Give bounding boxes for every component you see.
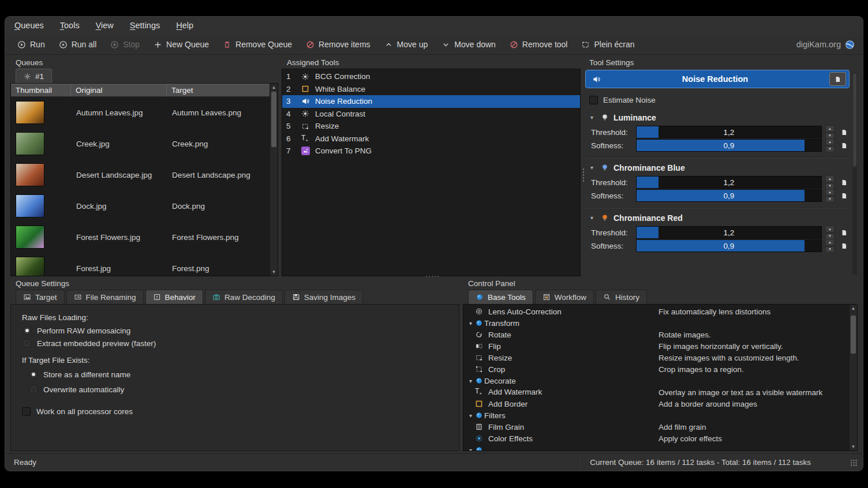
toolbar-plein-cran[interactable]: Plein écran — [575, 37, 641, 51]
tree-tool-rotate[interactable]: RotateRotate images. — [463, 329, 849, 340]
spin-up-button[interactable]: ▲ — [825, 175, 835, 182]
radio-button[interactable] — [29, 370, 38, 378]
reset-value-button[interactable] — [838, 192, 850, 200]
menu-tools[interactable]: Tools — [60, 21, 80, 30]
tool-settings-scrollbar[interactable] — [852, 72, 857, 275]
expand-arrow-icon[interactable]: ▾ — [466, 447, 475, 451]
toolbar-remove-tool[interactable]: Remove tool — [503, 37, 574, 51]
collapse-arrow-icon[interactable]: ▾ — [590, 215, 596, 221]
menu-view[interactable]: View — [96, 21, 114, 30]
tree-tool-resize[interactable]: ResizeResize images with a customized le… — [463, 352, 849, 363]
toolbar-remove-queue[interactable]: Remove Queue — [216, 37, 298, 51]
section-header-chrominance-red[interactable]: ▾Chrominance Red — [585, 210, 850, 226]
radio-button[interactable] — [23, 339, 31, 347]
toolbar-move-up[interactable]: Move up — [378, 37, 435, 51]
scroll-down-arrow-icon[interactable]: ▼ — [851, 443, 856, 451]
spin-up-button[interactable]: ▲ — [825, 125, 835, 132]
scroll-up-arrow-icon[interactable]: ▲ — [851, 305, 856, 312]
queue-row-creek-jpg[interactable]: Creek.jpgCreek.png — [11, 128, 270, 159]
menu-settings[interactable]: Settings — [130, 21, 160, 30]
toolbar-new-queue[interactable]: New Queue — [147, 37, 215, 51]
reset-tool-settings-button[interactable] — [829, 72, 846, 86]
tree-group-transform[interactable]: ▾Transform — [463, 317, 849, 329]
tree-tool-add-watermark[interactable]: T+Add WatermarkOverlay an image or text … — [463, 386, 849, 398]
control-panel-tab-history[interactable]: History — [596, 290, 647, 304]
slider-threshold[interactable]: 1,2 — [636, 126, 822, 138]
scroll-up-arrow-icon[interactable]: ▲ — [272, 84, 276, 91]
toolbar-remove-items[interactable]: Remove items — [300, 37, 376, 51]
slider-softness[interactable]: 0,9 — [636, 139, 822, 152]
estimate-noise-checkbox[interactable] — [589, 96, 598, 104]
queue-settings-tab-saving-images[interactable]: Saving Images — [285, 290, 363, 304]
tree-group-decorate[interactable]: ▾Decorate — [463, 375, 849, 386]
assigned-tool-white-balance[interactable]: 2White Balance — [282, 83, 580, 96]
assigned-tool-local-contrast[interactable]: 4Local Contrast — [282, 108, 580, 121]
tree-tool-lens-auto-correction[interactable]: Lens Auto-CorrectionFix automatically le… — [463, 306, 849, 317]
work-on-all-cores-checkbox[interactable] — [22, 407, 31, 416]
expand-arrow-icon[interactable]: ▾ — [466, 412, 475, 419]
collapse-arrow-icon[interactable]: ▾ — [590, 164, 596, 171]
radio-overwrite-automatically[interactable]: Overwrite automatically — [22, 382, 459, 397]
scrollbar-thumb[interactable] — [271, 92, 276, 147]
spin-up-button[interactable]: ▲ — [825, 226, 835, 232]
queue-row-autumn-leaves-jpg[interactable]: Autumn Leaves.jpgAutumn Leaves.png — [11, 97, 270, 128]
slider-threshold[interactable]: 1,2 — [636, 226, 822, 239]
queue-row-forest-flowers-jpg[interactable]: Forest Flowers.jpgForest Flowers.png — [11, 222, 270, 253]
section-header-luminance[interactable]: ▾Luminance — [585, 110, 850, 125]
queue-row-dock-jpg[interactable]: Dock.jpgDock.png — [11, 190, 270, 222]
reset-value-button[interactable] — [838, 229, 850, 237]
queue-settings-tab-raw-decoding[interactable]: Raw Decoding — [205, 290, 283, 304]
tree-tool-color-effects[interactable]: Color EffectsApply color effects — [463, 433, 849, 444]
toolbar-run[interactable]: Run — [11, 37, 51, 51]
slider-softness[interactable]: 0,9 — [636, 189, 822, 202]
assigned-tool-resize[interactable]: 5Resize — [282, 120, 580, 133]
assigned-tool-add-watermark[interactable]: 6T+Add Watermark — [282, 133, 580, 145]
queue-settings-tab-file-renaming[interactable]: File Renaming — [66, 290, 144, 304]
toolbar-run-all[interactable]: Run all — [53, 37, 103, 51]
reset-value-button[interactable] — [838, 129, 850, 136]
section-header-chrominance-blue[interactable]: ▾Chrominance Blue — [585, 160, 850, 175]
tree-tool-film-grain[interactable]: Film GrainAdd film grain — [463, 421, 849, 433]
spin-down-button[interactable]: ▼ — [825, 146, 835, 153]
menu-help[interactable]: Help — [176, 21, 193, 30]
tree-tool-add-border[interactable]: Add BorderAdd a border around images — [463, 398, 849, 410]
control-panel-tab-base-tools[interactable]: Base Tools — [468, 290, 533, 304]
toolbar-move-down[interactable]: Move down — [435, 37, 502, 51]
tree-tool-flip[interactable]: FlipFlip images horizontally or vertical… — [463, 340, 849, 352]
tree-group-x[interactable]: ▾ — [463, 444, 849, 451]
tree-group-filters[interactable]: ▾Filters — [463, 410, 849, 421]
queue-settings-tab-behavior[interactable]: Behavior — [145, 290, 203, 304]
spin-down-button[interactable]: ▼ — [825, 196, 835, 203]
control-panel-scrollbar[interactable]: ▲ ▼ — [849, 305, 857, 451]
spin-up-button[interactable]: ▲ — [825, 189, 835, 196]
reset-value-button[interactable] — [838, 242, 850, 250]
slider-softness[interactable]: 0,9 — [636, 239, 822, 252]
assigned-tool-bcg-correction[interactable]: 1BCG Correction — [282, 70, 580, 83]
slider-threshold[interactable]: 1,2 — [636, 176, 822, 189]
column-header-target[interactable]: Target — [167, 84, 270, 96]
queue-row-desert-landscape-jpg[interactable]: Desert Landscape.jpgDesert Landscape.png — [11, 159, 270, 190]
work-on-all-cores-row[interactable]: Work on all processor cores — [22, 405, 459, 418]
brand-link[interactable]: digiKam.org — [796, 40, 857, 50]
scroll-down-arrow-icon[interactable]: ▼ — [272, 268, 276, 276]
queue-tab-1[interactable]: #1 — [16, 69, 52, 83]
scrollbar-thumb[interactable] — [851, 316, 856, 354]
assigned-tool-noise-reduction[interactable]: 3Noise Reduction — [282, 95, 580, 108]
collapse-arrow-icon[interactable]: ▾ — [590, 114, 596, 121]
reset-value-button[interactable] — [838, 179, 850, 186]
toolbar-stop[interactable]: Stop — [104, 37, 146, 51]
control-panel-tab-workflow[interactable]: Workflow — [535, 290, 594, 304]
reset-value-button[interactable] — [838, 142, 850, 149]
tree-tool-crop[interactable]: CropCrop images to a region. — [463, 363, 849, 375]
column-header-original[interactable]: Original — [71, 84, 167, 96]
radio-extract-embedded-preview-faster[interactable]: Extract embedded preview (faster) — [22, 337, 459, 350]
queues-scrollbar[interactable]: ▲ ▼ — [270, 84, 278, 276]
expand-arrow-icon[interactable]: ▾ — [466, 378, 475, 384]
expand-arrow-icon[interactable]: ▾ — [466, 320, 475, 326]
resize-grip[interactable] — [850, 459, 858, 467]
menu-queues[interactable]: Queues — [14, 21, 44, 30]
spin-up-button[interactable]: ▲ — [825, 239, 835, 246]
radio-perform-raw-demosaicing[interactable]: Perform RAW demosaicing — [22, 324, 459, 337]
radio-button[interactable] — [23, 326, 31, 335]
radio-button[interactable] — [29, 385, 38, 393]
